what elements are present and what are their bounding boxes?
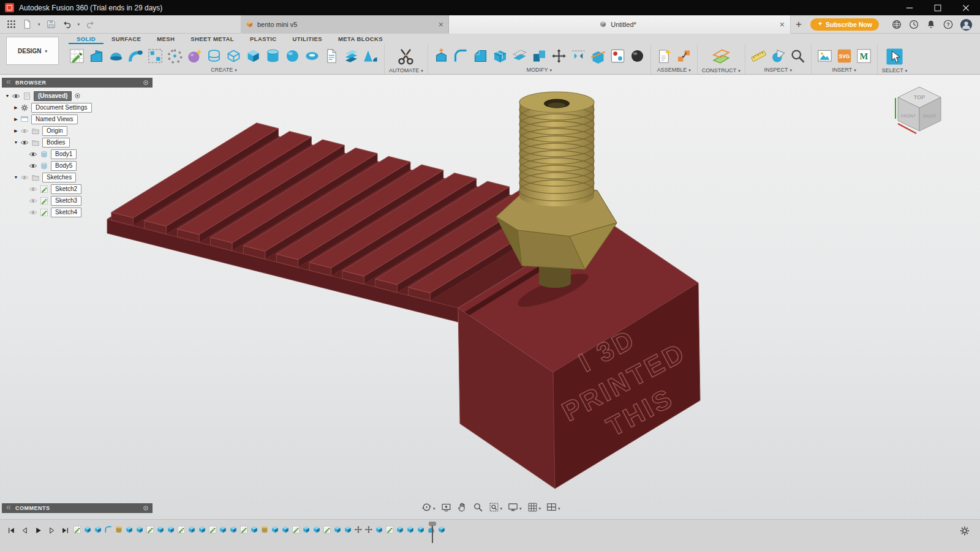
- create-form-icon[interactable]: [186, 47, 203, 65]
- browser-item-bodies[interactable]: ▼Bodies: [2, 137, 153, 148]
- timeline-feature-extrude-icon[interactable]: [333, 524, 342, 534]
- display-settings-button[interactable]: ▾: [507, 501, 522, 515]
- bolt-tip[interactable]: [539, 266, 571, 288]
- expand-open-icon[interactable]: ▼: [13, 140, 19, 144]
- visibility-eye-off-icon[interactable]: [28, 185, 39, 193]
- fillet-icon[interactable]: [452, 47, 470, 65]
- timeline-feature-extrude-icon[interactable]: [395, 524, 405, 534]
- collapse-panel-icon[interactable]: [6, 79, 12, 86]
- step-back-button[interactable]: [21, 526, 29, 537]
- step-forward-button[interactable]: [48, 526, 56, 537]
- visibility-eye-icon[interactable]: [19, 138, 30, 147]
- file-menu-icon[interactable]: [22, 19, 32, 29]
- timeline-feature-extrude-icon[interactable]: [197, 524, 207, 534]
- chamfer-icon[interactable]: [472, 47, 489, 65]
- box-icon[interactable]: [244, 47, 262, 65]
- physical-material-icon[interactable]: [609, 47, 627, 65]
- maximize-button[interactable]: [924, 0, 952, 15]
- tab-surface[interactable]: SURFACE: [104, 34, 149, 44]
- browser-item-label[interactable]: Body1: [51, 149, 77, 159]
- notifications-icon[interactable]: [925, 19, 937, 30]
- toolbar-group-label[interactable]: SELECT▾: [882, 67, 908, 74]
- visibility-eye-icon[interactable]: [28, 150, 39, 159]
- timeline-feature-extrude-icon[interactable]: [281, 524, 290, 534]
- collapse-comments-icon[interactable]: [6, 504, 12, 512]
- view-cube[interactable]: TOP FRONT RIGHT: [889, 82, 949, 146]
- visibility-eye-off-icon[interactable]: [28, 197, 39, 205]
- move-copy-icon[interactable]: [550, 47, 568, 65]
- visibility-eye-off-icon[interactable]: [19, 173, 30, 182]
- insert-mcmaster-icon[interactable]: M: [855, 47, 873, 65]
- display-detail-icon[interactable]: [789, 47, 807, 65]
- timeline-feature-thread-icon[interactable]: [260, 524, 270, 534]
- extrude-icon[interactable]: [88, 47, 105, 65]
- visibility-eye-icon[interactable]: [10, 92, 21, 100]
- viewports-button[interactable]: ▾: [546, 501, 561, 515]
- timeline-feature-extrude-icon[interactable]: [249, 524, 259, 534]
- select-icon[interactable]: [883, 45, 905, 67]
- derive-icon[interactable]: [323, 47, 341, 65]
- create-sketch-icon[interactable]: [68, 47, 86, 65]
- avatar[interactable]: [960, 18, 973, 31]
- close-button[interactable]: [952, 0, 980, 15]
- ruled-surface-icon[interactable]: [362, 47, 380, 65]
- browser-item-label[interactable]: Sketch4: [51, 208, 81, 217]
- timeline-position-marker[interactable]: [429, 522, 436, 543]
- timeline-feature-extrude-icon[interactable]: [437, 524, 447, 534]
- sweep-icon[interactable]: [127, 47, 145, 65]
- align-icon[interactable]: [570, 47, 587, 65]
- tab-plastic[interactable]: PLASTIC: [242, 34, 284, 44]
- browser-item-sketch4[interactable]: Sketch4: [2, 206, 153, 218]
- timeline-feature-extrude-icon[interactable]: [166, 524, 176, 534]
- tab-solid[interactable]: SOLID: [69, 34, 104, 44]
- automate-icon[interactable]: [395, 45, 417, 67]
- new-tab-button[interactable]: +: [791, 15, 807, 34]
- timeline-feature-sketch-icon[interactable]: [239, 524, 249, 534]
- grid-snap-button[interactable]: ▾: [527, 501, 542, 515]
- timeline-feature-sketch-icon[interactable]: [145, 524, 155, 534]
- timeline-feature-extrude-icon[interactable]: [218, 524, 228, 534]
- toolbar-group-label[interactable]: AUTOMATE▾: [389, 67, 423, 74]
- combine-icon[interactable]: [530, 47, 548, 65]
- expand-open-icon[interactable]: ▼: [4, 94, 10, 98]
- timeline-feature-sketch-icon[interactable]: [176, 524, 186, 534]
- save-icon[interactable]: [46, 19, 56, 29]
- appearance-icon[interactable]: [628, 47, 646, 65]
- zoom-button[interactable]: [472, 501, 484, 515]
- browser-item-sketch3[interactable]: Sketch3: [2, 195, 153, 206]
- coil-icon[interactable]: [205, 47, 223, 65]
- browser-item-sketch2[interactable]: Sketch2: [2, 183, 153, 195]
- orbit-button[interactable]: ▾: [421, 501, 436, 515]
- timeline-feature-move-icon[interactable]: [353, 524, 363, 534]
- browser-item-label[interactable]: Sketch2: [51, 184, 81, 194]
- timeline-feature-sketch-icon[interactable]: [322, 524, 332, 534]
- revolve-icon[interactable]: [107, 47, 125, 65]
- timeline-feature-extrude-icon[interactable]: [187, 524, 197, 534]
- toolbar-group-label[interactable]: INSERT▾: [832, 67, 856, 73]
- timeline-feature-extrude-icon[interactable]: [156, 524, 165, 534]
- construction-plane-icon[interactable]: [710, 45, 732, 67]
- joint-icon[interactable]: [675, 47, 693, 65]
- expand-closed-icon[interactable]: ▶: [13, 105, 19, 110]
- panel-toggle-icon[interactable]: [143, 80, 149, 86]
- toolbar-group-label[interactable]: ASSEMBLE▾: [657, 67, 691, 73]
- torus-icon[interactable]: [303, 47, 321, 65]
- tab-meta-blocks[interactable]: META BLOCKS: [330, 34, 391, 44]
- browser-item-unsaved[interactable]: ▼(Unsaved): [2, 90, 153, 102]
- new-component-icon[interactable]: [655, 47, 673, 65]
- pipe-icon[interactable]: [225, 47, 243, 65]
- toolbar-group-label[interactable]: CONSTRUCT▾: [702, 67, 741, 74]
- timeline-feature-extrude-icon[interactable]: [83, 524, 92, 534]
- shell-icon[interactable]: [491, 47, 509, 65]
- tab-mesh[interactable]: MESH: [149, 34, 183, 44]
- browser-item-document-settings[interactable]: ▶Document Settings: [2, 102, 153, 113]
- timeline-feature-sketch-icon[interactable]: [385, 524, 394, 534]
- minimize-button[interactable]: [895, 0, 924, 15]
- help-icon[interactable]: ?: [943, 19, 954, 30]
- timeline-settings-gear-icon[interactable]: [959, 525, 970, 539]
- browser-item-label[interactable]: Bodies: [42, 138, 70, 148]
- web-icon[interactable]: [891, 19, 902, 30]
- browser-item-label[interactable]: Named Views: [31, 114, 78, 124]
- browser-item-label[interactable]: Sketch3: [51, 196, 81, 206]
- timeline-feature-extrude-icon[interactable]: [416, 524, 426, 534]
